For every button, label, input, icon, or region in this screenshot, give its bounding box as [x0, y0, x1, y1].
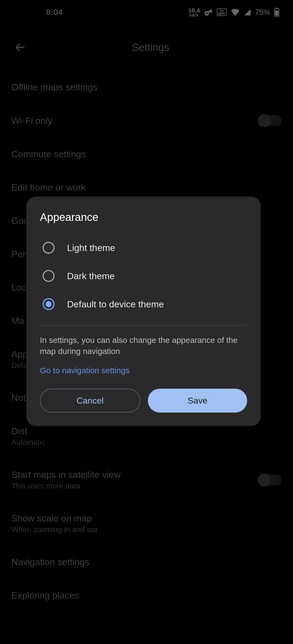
navigation-settings-link[interactable]: Go to navigation settings: [40, 366, 129, 375]
dialog-title: Appearance: [40, 211, 247, 223]
dialog-divider: [40, 325, 247, 326]
dialog-actions: Cancel Save: [40, 389, 247, 413]
dialog-note: In settings, you can also change the app…: [40, 335, 247, 357]
appearance-dialog: Appearance Light themeDark themeDefault …: [26, 197, 261, 426]
radio-unselected-icon[interactable]: [43, 270, 55, 282]
radio-label: Dark theme: [67, 271, 115, 281]
radio-inner-dot: [46, 301, 52, 307]
radio-selected-icon[interactable]: [43, 298, 55, 310]
save-button[interactable]: Save: [148, 389, 247, 413]
appearance-option[interactable]: Default to device theme: [40, 290, 247, 318]
radio-label: Light theme: [67, 243, 115, 253]
radio-unselected-icon[interactable]: [43, 242, 55, 254]
appearance-option[interactable]: Dark theme: [40, 262, 247, 290]
appearance-option[interactable]: Light theme: [40, 234, 247, 262]
radio-label: Default to device theme: [67, 299, 164, 310]
cancel-button[interactable]: Cancel: [40, 389, 140, 413]
